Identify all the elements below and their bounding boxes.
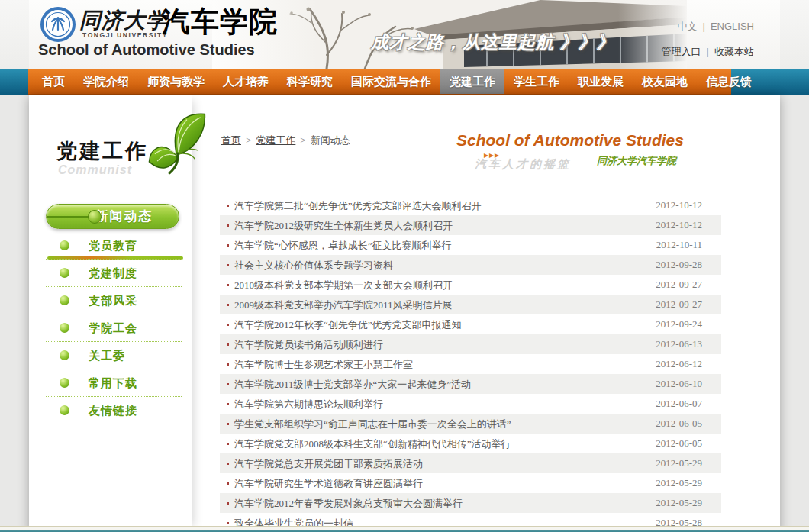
sidebar-menu-item[interactable]: 关工委 [46, 342, 182, 369]
nav-item[interactable]: 学生工作 [504, 69, 569, 94]
bullet-icon [227, 383, 229, 385]
school-name-cn: 汽车学院 [162, 3, 278, 41]
news-title-link[interactable]: 2009级本科党支部举办汽车学院2011风采明信片展 [234, 299, 453, 311]
butterfly-icon [138, 105, 214, 188]
news-row: 汽车学院博士生参观艺术家王小慧工作室 2012-06-12 [220, 354, 721, 374]
nav-item[interactable]: 科学研究 [278, 69, 342, 94]
content-container: 党建工作 Communist [29, 95, 780, 532]
breadcrumb: 首页>党建工作>新闻动态 [221, 134, 350, 147]
nav-item[interactable]: 师资与教学 [138, 69, 214, 94]
news-date: 2012-09-28 [656, 255, 702, 275]
page-header: 同济大学 TONGJI UNIVERSITY 汽车学院 School of Au… [0, 0, 809, 69]
news-list: 汽车学院第二批“创先争优”优秀党支部评选大会顺利召开 2012-10-12 汽车… [220, 195, 721, 532]
bullet-icon [227, 482, 229, 485]
news-title-link[interactable]: 汽车学院党员读书角活动顺利进行 [234, 339, 383, 350]
nav-item[interactable]: 国际交流与合作 [342, 69, 440, 94]
favorite-site-link[interactable]: 收藏本站 [714, 46, 754, 57]
bullet-icon [227, 304, 229, 306]
sidebar-menu-item[interactable]: 支部风采 [46, 287, 182, 314]
sidebar-menu-item[interactable]: 党员教育 [46, 232, 182, 260]
news-row: 汽车学院第六期博思论坛顺利举行 2012-06-07 [220, 394, 721, 414]
bullet-icon [227, 463, 229, 465]
sidebar-menu-item[interactable]: 党建制度 [46, 260, 182, 287]
news-date: 2012-06-13 [656, 334, 702, 354]
news-row: 汽车学院2012级研究生全体新生党员大会顺利召开 2012-10-12 [220, 215, 721, 235]
nav-item[interactable]: 学院介绍 [74, 69, 138, 94]
bullet-icon [227, 244, 229, 247]
bullet-icon [227, 264, 229, 266]
sidebar-menu-item[interactable]: 常用下载 [46, 369, 182, 397]
bullet-icon [227, 502, 229, 505]
sidebar-item-active-news[interactable]: 新闻动态 [46, 204, 179, 229]
link-separator: | [707, 46, 709, 57]
link-separator: | [703, 21, 705, 32]
news-title-link[interactable]: 社会主义核心价值体系专题学习资料 [234, 260, 393, 271]
bullet-icon [227, 522, 229, 524]
news-title-link[interactable]: 汽车学院第六期博思论坛顺利举行 [234, 398, 383, 410]
breadcrumb-separator: > [300, 134, 305, 146]
news-row: 学生党支部组织学习“俞正声同志在十届市委一次全会上的讲话” 2012-06-05 [220, 414, 721, 434]
news-row: 社会主义核心价值体系专题学习资料 2012-09-28 [220, 255, 721, 275]
banner-subtitle-cn: 同济大学汽车学院 [456, 154, 676, 168]
news-title-link[interactable]: 汽车学院2012级研究生全体新生党员大会顺利召开 [234, 220, 453, 231]
news-row: 汽车学院“心怀感恩，卓越成长”征文比赛顺利举行 2012-10-11 [220, 235, 721, 255]
sidebar: 党建工作 Communist [29, 95, 192, 532]
admin-entry-link[interactable]: 管理入口 [662, 46, 701, 57]
bullet-icon [227, 443, 229, 445]
lang-english-link[interactable]: ENGLISH [711, 21, 754, 32]
breadcrumb-home-link[interactable]: 首页 [221, 134, 241, 146]
news-date: 2012-09-27 [656, 295, 702, 314]
bullet-icon [227, 284, 229, 286]
green-ball-icon [60, 323, 69, 333]
breadcrumb-rule [220, 156, 481, 156]
news-date: 2012-05-29 [656, 493, 702, 513]
breadcrumb-separator: > [246, 134, 251, 146]
nav-item[interactable]: 首页 [33, 69, 74, 94]
news-row: 汽车学院党总支开展党团干部素质拓展活动 2012-05-29 [220, 453, 721, 473]
news-date: 2012-06-05 [656, 414, 702, 434]
news-title-link[interactable]: 汽车学院2012年秋季“创先争优”优秀党支部申报通知 [234, 319, 462, 330]
news-row: 2010级本科党支部本学期第一次支部大会顺利召开 2012-09-27 [220, 275, 721, 295]
nav-item[interactable]: 职业发展 [569, 69, 633, 94]
news-title-link[interactable]: 汽车学院党总支开展党团干部素质拓展活动 [234, 458, 423, 469]
news-date: 2012-06-10 [656, 374, 702, 394]
language-links: 中文|ENGLISH [678, 20, 754, 34]
news-row: 汽车学院党员读书角活动顺利进行 2012-06-13 [220, 334, 721, 354]
news-row: 汽车学院2012年春季发展对象总支预审大会圆满举行 2012-05-29 [220, 493, 721, 513]
news-title-link[interactable]: 汽车学院博士生参观艺术家王小慧工作室 [234, 359, 413, 370]
news-date: 2012-10-12 [656, 215, 702, 235]
lang-chinese-link[interactable]: 中文 [678, 21, 698, 32]
banner-title-en: School of Automotive Studies [456, 131, 678, 150]
news-title-link[interactable]: 汽车学院党支部2008级本科生支部“创新精神代代相传”活动举行 [234, 438, 511, 450]
news-date: 2012-06-05 [656, 434, 702, 453]
news-title-link[interactable]: 2010级本科党支部本学期第一次支部大会顺利召开 [234, 279, 453, 291]
news-date: 2012-10-11 [656, 235, 702, 255]
nav-item[interactable]: 信息反馈 [697, 69, 761, 94]
news-row: 汽车学院第二批“创先争优”优秀党支部评选大会顺利召开 2012-10-12 [220, 195, 721, 215]
bullet-icon [227, 363, 229, 366]
nav-menu: 首页 学院介绍 师资与教学 人才培养 科学研究 国际交流与合作 党建工作 学生工… [28, 69, 731, 95]
news-date: 2012-05-29 [656, 473, 702, 493]
sidebar-menu: 党员教育 党建制度 支部风采 学院工会 [46, 232, 182, 424]
nav-item[interactable]: 人才培养 [214, 69, 278, 94]
nav-item[interactable]: 校友园地 [633, 69, 697, 94]
news-row: 汽车学院党支部2008级本科生支部“创新精神代代相传”活动举行 2012-06-… [220, 434, 721, 453]
news-title-link[interactable]: 汽车学院研究生学术道德教育讲座圆满举行 [234, 478, 423, 489]
green-ball-icon [60, 295, 69, 305]
sidebar-menu-item[interactable]: 友情链接 [46, 397, 182, 424]
news-title-link[interactable]: 汽车学院2011级博士党支部举办“大家一起来健身”活动 [234, 379, 471, 390]
news-title-link[interactable]: 汽车学院2012年春季发展对象总支预审大会圆满举行 [234, 498, 463, 509]
school-name-en: School of Automotive Studies [38, 41, 255, 59]
green-ball-icon [60, 378, 69, 388]
breadcrumb-section-link[interactable]: 党建工作 [256, 134, 295, 146]
bullet-icon [227, 224, 229, 227]
news-title-link[interactable]: 汽车学院“心怀感恩，卓越成长”征文比赛顺利举行 [234, 240, 452, 251]
sidebar-menu-item[interactable]: 学院工会 [46, 314, 182, 342]
news-title-link[interactable]: 学生党支部组织学习“俞正声同志在十届市委一次全会上的讲话” [234, 418, 511, 430]
green-ball-icon [60, 350, 69, 360]
news-title-link[interactable]: 汽车学院第二批“创先争优”优秀党支部评选大会顺利召开 [234, 200, 482, 211]
nav-item[interactable]: 党建工作 [440, 69, 504, 94]
slider-knob-icon [88, 210, 102, 224]
utility-links: 管理入口|收藏本站 [662, 45, 754, 59]
sidebar-subtitle: Communist [58, 163, 132, 177]
